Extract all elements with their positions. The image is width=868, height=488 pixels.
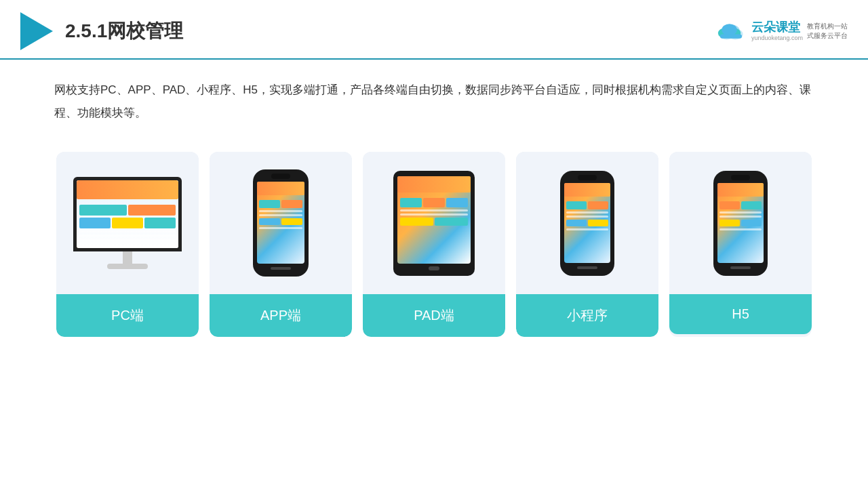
svg-point-5 — [722, 24, 736, 36]
card-miniapp-label: 小程序 — [516, 294, 658, 337]
card-miniapp-image — [516, 152, 658, 294]
header-left: 2.5.1网校管理 — [20, 12, 183, 50]
description-text: 网校支持PC、APP、PAD、小程序、H5，实现多端打通，产品各终端自由切换，数… — [0, 60, 868, 138]
brand-text: 云朵课堂 yunduoketang.com — [751, 20, 803, 42]
cards-container: PC端 — [0, 138, 868, 350]
card-h5: H5 — [669, 152, 812, 337]
card-pad-image — [363, 152, 505, 294]
card-app-image — [210, 152, 352, 294]
brand-name: 云朵课堂 — [751, 20, 800, 35]
card-pc: PC端 — [56, 152, 199, 337]
header: 2.5.1网校管理 云朵课堂 yunduoketang.com 教育机构一站式服… — [0, 0, 868, 60]
brand-url: yunduoketang.com — [751, 35, 803, 42]
tablet-mockup — [393, 171, 475, 276]
card-pc-image — [56, 152, 199, 294]
phone-mockup-h5 — [713, 171, 768, 276]
brand-logo: 云朵课堂 yunduoketang.com 教育机构一站式服务云平台 — [715, 19, 848, 43]
header-right: 云朵课堂 yunduoketang.com 教育机构一站式服务云平台 — [715, 19, 848, 43]
phone-mockup-miniapp — [560, 171, 614, 276]
card-h5-label: H5 — [669, 294, 812, 334]
card-app: APP端 — [210, 152, 352, 337]
card-h5-image — [669, 152, 812, 294]
card-pc-label: PC端 — [56, 294, 199, 337]
card-miniapp: 小程序 — [516, 152, 658, 337]
brand-slogan: 教育机构一站式服务云平台 — [807, 22, 848, 41]
logo-triangle-icon — [20, 12, 53, 50]
monitor-mockup — [73, 177, 182, 269]
card-pad-label: PAD端 — [363, 294, 505, 337]
cloud-icon — [715, 19, 747, 43]
card-app-label: APP端 — [210, 294, 352, 337]
page-title: 2.5.1网校管理 — [65, 18, 183, 44]
phone-mockup-app — [253, 169, 309, 277]
card-pad: PAD端 — [363, 152, 505, 337]
svg-rect-6 — [720, 34, 742, 38]
